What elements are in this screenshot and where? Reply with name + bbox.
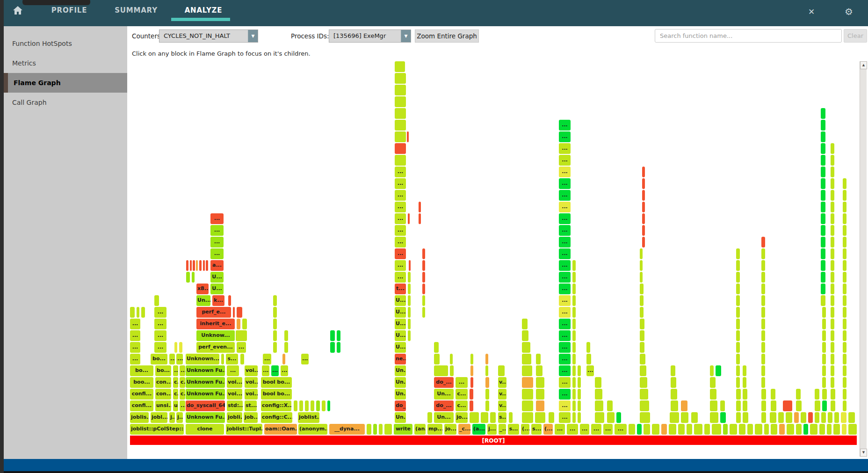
- flame-block[interactable]: bo...: [130, 365, 153, 376]
- flame-block[interactable]: [736, 272, 740, 283]
- flame-block[interactable]: [236, 330, 247, 341]
- flame-block[interactable]: joblist::pColStep::p...: [130, 424, 184, 435]
- close-icon[interactable]: ✕: [804, 5, 818, 19]
- flame-block[interactable]: [408, 330, 411, 341]
- flame-block[interactable]: [640, 342, 644, 353]
- flame-block[interactable]: [642, 190, 645, 201]
- flame-block[interactable]: ...: [559, 237, 571, 247]
- flame-block[interactable]: [642, 237, 645, 247]
- flame-block[interactable]: [761, 237, 765, 247]
- flame-block[interactable]: [710, 377, 716, 388]
- chevron-down-icon[interactable]: ▼: [401, 30, 411, 42]
- flame-block[interactable]: [843, 190, 846, 201]
- flame-block[interactable]: [395, 73, 406, 84]
- flame-block[interactable]: [578, 400, 581, 411]
- flame-block[interactable]: [408, 307, 411, 318]
- flame-block[interactable]: [736, 284, 740, 294]
- flame-block[interactable]: [595, 389, 602, 400]
- flame-block[interactable]: [815, 389, 819, 400]
- flame-block[interactable]: [736, 389, 741, 400]
- flame-block[interactable]: ...: [395, 272, 406, 283]
- flame-block[interactable]: [821, 295, 825, 306]
- flame-block[interactable]: ...: [210, 237, 224, 247]
- flame-block[interactable]: c...: [180, 377, 185, 388]
- flame-block[interactable]: [327, 400, 330, 411]
- flame-block[interactable]: [822, 389, 827, 400]
- flame-block[interactable]: [408, 319, 411, 329]
- flame-block[interactable]: ...: [559, 248, 571, 259]
- flame-block[interactable]: Un...: [434, 389, 454, 400]
- flame-block[interactable]: [736, 330, 740, 341]
- flame-block[interactable]: [821, 272, 825, 283]
- flame-block[interactable]: [831, 342, 834, 353]
- flame-block[interactable]: [607, 400, 613, 411]
- flame-block[interactable]: [821, 108, 825, 119]
- flame-block[interactable]: Un...: [395, 377, 406, 388]
- flame-block[interactable]: [535, 412, 545, 423]
- flame-block[interactable]: [761, 260, 765, 271]
- flame-block[interactable]: [831, 400, 835, 411]
- flame-block[interactable]: [373, 424, 377, 435]
- flame-block[interactable]: [640, 260, 643, 271]
- flame-block[interactable]: s...: [531, 424, 542, 435]
- flame-block[interactable]: [316, 400, 320, 411]
- flame-block[interactable]: ...: [559, 377, 571, 388]
- flame-block[interactable]: ...: [210, 213, 224, 224]
- flame-block[interactable]: j...: [176, 412, 183, 423]
- flame-block[interactable]: [522, 342, 530, 353]
- flame-block[interactable]: do_...: [395, 400, 406, 411]
- flame-block[interactable]: [294, 400, 297, 411]
- flame-block[interactable]: job...: [244, 412, 258, 423]
- flame-block[interactable]: [186, 272, 190, 283]
- flame-block[interactable]: [395, 120, 406, 131]
- flame-block[interactable]: [536, 354, 541, 364]
- flame-block[interactable]: [637, 424, 642, 435]
- flame-block[interactable]: [770, 412, 776, 423]
- flame-block[interactable]: (...: [521, 424, 529, 435]
- flame-block[interactable]: [796, 389, 801, 400]
- flame-block[interactable]: [485, 377, 489, 388]
- flame-block[interactable]: [522, 354, 531, 364]
- flame-block[interactable]: ...: [559, 213, 571, 224]
- flame-block[interactable]: [833, 424, 840, 435]
- flame-block[interactable]: [192, 272, 195, 283]
- flame-block[interactable]: ...: [180, 365, 185, 376]
- flame-block[interactable]: [408, 284, 411, 294]
- flame-block[interactable]: [422, 260, 425, 271]
- flame-block[interactable]: ...: [180, 400, 185, 411]
- flame-block[interactable]: [470, 389, 473, 400]
- flame-block[interactable]: [395, 96, 406, 107]
- flame-block[interactable]: jobl...: [151, 412, 167, 423]
- flame-block[interactable]: k...: [212, 295, 224, 306]
- flame-block[interactable]: [822, 365, 826, 376]
- flame-block[interactable]: [771, 389, 775, 400]
- flame-block[interactable]: [710, 389, 716, 400]
- flame-block[interactable]: [536, 389, 544, 400]
- flame-block[interactable]: inherit_e...: [196, 319, 235, 329]
- flame-block[interactable]: [586, 354, 591, 364]
- flame-block[interactable]: ...: [559, 330, 571, 341]
- flame-block[interactable]: [450, 354, 453, 364]
- flame-block[interactable]: [640, 248, 643, 259]
- flame-block[interactable]: [203, 260, 205, 271]
- flame-block[interactable]: ...: [559, 120, 571, 131]
- flame-block[interactable]: ...: [210, 248, 224, 259]
- flame-block[interactable]: [190, 260, 192, 271]
- flame-block[interactable]: joblist...: [298, 412, 319, 423]
- flame-block[interactable]: ...: [559, 190, 571, 201]
- flame-block[interactable]: [831, 330, 834, 341]
- flame-block[interactable]: [730, 424, 737, 435]
- flame-block[interactable]: [736, 260, 740, 271]
- flame-block[interactable]: U...: [210, 272, 224, 283]
- flame-block[interactable]: [822, 377, 826, 388]
- flame-block[interactable]: ...: [559, 167, 571, 177]
- flame-block[interactable]: ...: [395, 167, 406, 177]
- flame-block[interactable]: [408, 272, 411, 283]
- flame-block[interactable]: Unknown Fu...: [186, 377, 225, 388]
- flame-block[interactable]: [831, 190, 834, 201]
- flame-block[interactable]: Un...: [395, 389, 406, 400]
- flame-block[interactable]: [831, 167, 834, 177]
- flame-block[interactable]: bo...: [151, 354, 167, 364]
- flame-block[interactable]: ...: [173, 365, 178, 376]
- flame-block[interactable]: U...: [395, 342, 406, 353]
